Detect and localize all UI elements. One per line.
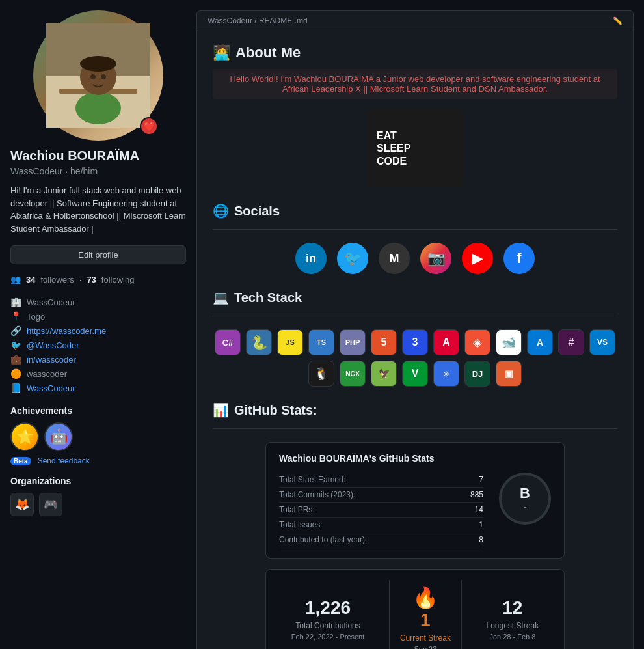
stat-issues-val: 1 — [479, 520, 483, 529]
following-count: 73 — [87, 275, 96, 284]
fire-icon: 🔥 — [400, 585, 451, 610]
longest-streak-block: 12 Longest Streak Jan 28 - Feb 8 — [476, 592, 549, 646]
facebook-icon: 📘 — [10, 383, 21, 393]
tech-kubernetes[interactable]: ⎈ — [433, 361, 459, 387]
techstack-heading: 💻 Tech Stack — [213, 290, 617, 305]
achievements-title: Achievements — [10, 406, 186, 416]
meta-org: 🏢 WassCodeur — [10, 295, 186, 309]
avatar-badge: ❤️ — [140, 117, 158, 135]
current-streak-number: 1 — [400, 610, 451, 631]
tech-vscode[interactable]: VS — [589, 329, 615, 355]
breadcrumb: WassCodeur / README .md — [208, 16, 308, 25]
send-feedback-link[interactable]: Send feedback — [38, 456, 90, 465]
github-stats-divider — [213, 428, 617, 429]
facebook-social[interactable]: f — [503, 243, 535, 274]
meta-location: 📍 Togo — [10, 309, 186, 324]
stat-stars: Total Stars Earned: 7 — [279, 473, 483, 488]
twitter-icon: 🐦 — [10, 340, 21, 350]
github-stats-card: Wachiou BOURAÏMA's GitHub Stats Total St… — [265, 442, 565, 559]
stat-issues: Total Issues: 1 — [279, 518, 483, 532]
tech-linux[interactable]: 🐧 — [308, 361, 334, 387]
achievements-row: 🌟 🤖 — [10, 422, 186, 451]
twitter-social[interactable]: 🐦 — [337, 243, 368, 274]
about-title: 🧑‍💻 About Me — [213, 44, 617, 61]
socials-divider — [213, 229, 617, 230]
tech-other[interactable]: ▣ — [496, 361, 522, 387]
code-banner: EAT SLEEP CODE — [366, 109, 464, 187]
tech-angular[interactable]: A — [433, 329, 459, 355]
about-title-text: About Me — [235, 44, 301, 61]
about-emoji: 🧑‍💻 — [213, 44, 230, 61]
code-banner-line3: CODE — [377, 155, 407, 167]
readme-card: WassCodeur / README .md ✏️ 🧑‍💻 About Me … — [196, 10, 634, 649]
tech-azure[interactable]: A — [527, 329, 553, 355]
longest-streak-number: 12 — [486, 598, 539, 618]
linkedin-social[interactable]: in — [295, 243, 327, 274]
tech-php[interactable]: PHP — [340, 329, 366, 355]
tech-javascript[interactable]: JS — [277, 329, 303, 355]
instagram-social[interactable]: 📷 — [420, 243, 451, 274]
github-stats-emoji: 📊 — [213, 402, 229, 418]
linkedin-link[interactable]: in/wasscoder — [27, 355, 76, 365]
tech-docker[interactable]: 🐋 — [496, 329, 522, 355]
breadcrumb-ext: .md — [295, 16, 308, 25]
linkedin-icon: 💼 — [10, 354, 21, 365]
meta-linkedin[interactable]: 💼 in/wasscoder — [10, 352, 186, 366]
tech-nginx[interactable]: NGX — [340, 361, 366, 387]
link-icon: 🔗 — [10, 325, 21, 336]
tech-vim[interactable]: V — [402, 361, 428, 387]
tech-typescript[interactable]: TS — [308, 329, 334, 355]
other-text: wasscoder — [27, 369, 67, 379]
profile-bio: Hi! I'm a Junior full stack web and mobi… — [10, 184, 186, 235]
stat-contributed: Contributed to (last year): 8 — [279, 532, 483, 547]
org-badge-2[interactable]: 🎮 — [39, 493, 62, 516]
separator: · — [79, 275, 82, 284]
tech-html5[interactable]: 5 — [371, 329, 397, 355]
meta-facebook[interactable]: 📘 WassCodeur — [10, 381, 186, 395]
current-streak-block: 🔥 1 Current Streak Sep 23 — [389, 580, 462, 649]
svg-point-7 — [90, 74, 96, 79]
twitter-link[interactable]: @WassCoder — [27, 340, 79, 350]
grade-letter: B — [520, 485, 530, 502]
beta-badge: Beta — [10, 457, 31, 465]
medium-social[interactable]: M — [379, 243, 410, 274]
total-contributions-number: 1,226 — [291, 598, 365, 618]
svg-point-8 — [101, 74, 106, 79]
total-contributions-date: Feb 22, 2022 - Present — [291, 633, 365, 641]
stat-stars-val: 7 — [479, 475, 483, 484]
techstack-title: Tech Stack — [234, 290, 302, 305]
tech-slack[interactable]: # — [558, 329, 584, 355]
stats-list: Total Stars Earned: 7 Total Commits (202… — [279, 473, 483, 547]
youtube-social[interactable]: ▶ — [462, 243, 493, 274]
breadcrumb-sep: / — [254, 16, 259, 25]
longest-streak-date: Jan 28 - Feb 8 — [486, 633, 539, 641]
tech-heroku[interactable]: 🦅 — [371, 361, 397, 387]
meta-other: 🟠 wasscoder — [10, 366, 186, 381]
facebook-link[interactable]: WassCodeur — [27, 383, 75, 393]
streak-card: 1,226 Total Contributions Feb 22, 2022 -… — [265, 569, 565, 649]
tech-python[interactable]: 🐍 — [246, 329, 272, 355]
breadcrumb-user[interactable]: WassCodeur — [208, 16, 252, 25]
stat-contributed-val: 8 — [479, 535, 483, 544]
tech-stack-grid: C# 🐍 JS TS PHP 5 3 A ◈ 🐋 A # VS 🐧 NGX 🦅 — [213, 329, 617, 387]
grade-circle: B - — [499, 473, 551, 525]
website-link[interactable]: https://wasscoder.me — [27, 326, 106, 336]
meta-twitter[interactable]: 🐦 @WassCoder — [10, 338, 186, 352]
socials-title: Socials — [234, 204, 280, 219]
readme-header: WassCodeur / README .md ✏️ — [197, 11, 633, 31]
tech-csharp[interactable]: C# — [215, 329, 241, 355]
tech-django[interactable]: DJ — [464, 361, 490, 387]
tech-css3[interactable]: 3 — [402, 329, 428, 355]
sidebar: ❤️ Wachiou BOURAÏMA WassCodeur · he/him … — [10, 10, 186, 649]
org-badge-1[interactable]: 🦊 — [10, 493, 34, 516]
meta-org-text: WassCodeur — [27, 297, 75, 307]
total-contributions-label: Total Contributions — [291, 621, 365, 630]
svg-point-6 — [80, 56, 116, 72]
edit-icon[interactable]: ✏️ — [613, 16, 623, 25]
organizations-title: Organizations — [10, 476, 186, 486]
edit-profile-button[interactable]: Edit profile — [10, 245, 186, 264]
grade-minus: - — [524, 502, 527, 512]
techstack-emoji: 💻 — [213, 290, 229, 305]
tech-git[interactable]: ◈ — [464, 329, 490, 355]
meta-link[interactable]: 🔗 https://wasscoder.me — [10, 324, 186, 338]
